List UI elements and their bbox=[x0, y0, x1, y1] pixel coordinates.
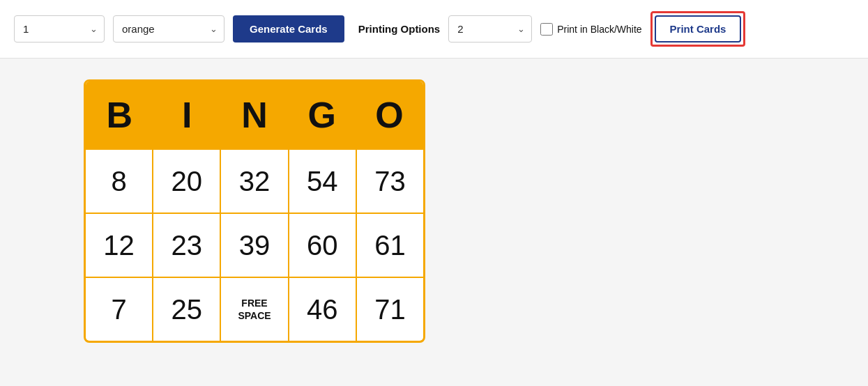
num-cards-select[interactable]: 1 2 3 4 5 6 bbox=[14, 15, 105, 43]
bingo-header-row: B I N G O bbox=[86, 82, 423, 148]
bingo-cell-r2c4: 60 bbox=[289, 214, 357, 277]
main-content: B I N G O 8 20 32 54 73 12 23 39 60 61 7… bbox=[0, 59, 868, 364]
generate-cards-button[interactable]: Generate Cards bbox=[233, 15, 344, 43]
print-num-select[interactable]: 1 2 3 4 6 bbox=[448, 15, 532, 43]
black-white-checkbox[interactable] bbox=[540, 23, 553, 36]
bingo-row-3: 7 25 FREESPACE 46 71 bbox=[86, 277, 423, 341]
bingo-header-g: G bbox=[288, 82, 356, 148]
bingo-cell-r1c3: 32 bbox=[221, 150, 289, 213]
print-num-select-wrapper: 1 2 3 4 6 ⌄ bbox=[448, 15, 532, 43]
bingo-cell-r1c2: 20 bbox=[153, 150, 221, 213]
bingo-cell-r3c5: 71 bbox=[357, 278, 423, 341]
bingo-header-i: I bbox=[153, 82, 221, 148]
bingo-header-b: B bbox=[86, 82, 153, 148]
bingo-cell-r1c1: 8 bbox=[86, 150, 153, 213]
black-white-label: Print in Black/White bbox=[557, 24, 641, 35]
printing-options-label: Printing Options bbox=[358, 23, 441, 35]
free-space-text: FREESPACE bbox=[238, 297, 271, 322]
print-cards-button[interactable]: Print Cards bbox=[655, 15, 742, 43]
bingo-cell-r2c1: 12 bbox=[86, 214, 153, 277]
color-select[interactable]: orange blue green red purple yellow bbox=[113, 15, 224, 43]
bingo-cell-r2c5: 61 bbox=[357, 214, 423, 277]
num-select-wrapper: 1 2 3 4 5 6 ⌄ bbox=[14, 15, 105, 43]
bingo-header-n: N bbox=[221, 82, 289, 148]
bingo-card: B I N G O 8 20 32 54 73 12 23 39 60 61 7… bbox=[84, 79, 425, 343]
bingo-cell-r2c2: 23 bbox=[153, 214, 221, 277]
bingo-cell-r2c3: 39 bbox=[221, 214, 289, 277]
bingo-row-2: 12 23 39 60 61 bbox=[86, 213, 423, 277]
black-white-checkbox-wrapper: Print in Black/White bbox=[540, 23, 641, 36]
bingo-cell-r3c4: 46 bbox=[289, 278, 357, 341]
bingo-cell-free-space: FREESPACE bbox=[221, 278, 289, 341]
bingo-cell-r1c5: 73 bbox=[357, 150, 423, 213]
bingo-cell-r1c4: 54 bbox=[289, 150, 357, 213]
bingo-header-o: O bbox=[356, 82, 423, 148]
toolbar: 1 2 3 4 5 6 ⌄ orange blue green red purp… bbox=[0, 0, 868, 59]
bingo-row-1: 8 20 32 54 73 bbox=[86, 148, 423, 213]
print-cards-highlight-border: Print Cards bbox=[650, 11, 746, 47]
bingo-cell-r3c2: 25 bbox=[153, 278, 221, 341]
bingo-cell-r3c1: 7 bbox=[86, 278, 153, 341]
color-select-wrapper: orange blue green red purple yellow ⌄ bbox=[113, 15, 224, 43]
